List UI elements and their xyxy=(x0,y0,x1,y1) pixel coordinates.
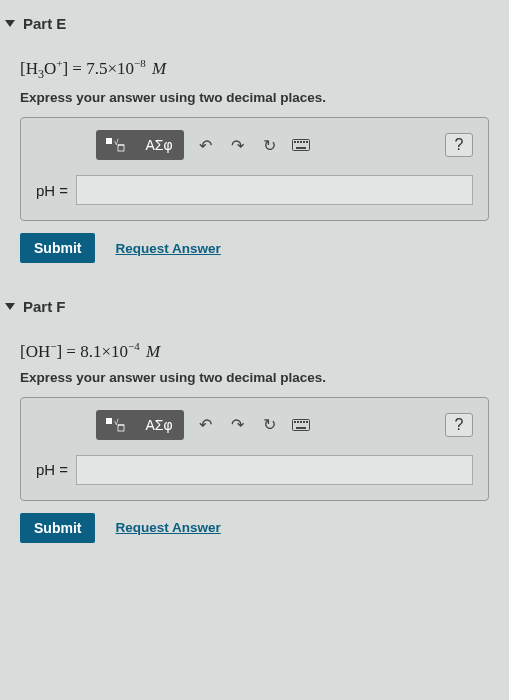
template-tool-button[interactable]: √ xyxy=(96,410,134,440)
request-answer-link[interactable]: Request Answer xyxy=(115,520,220,535)
answer-label: pH = xyxy=(36,461,68,478)
svg-rect-6 xyxy=(297,141,299,143)
equation: [H3O+] = 7.5×10−8 M xyxy=(20,57,489,82)
template-tool-button[interactable]: √ xyxy=(96,130,134,160)
reset-icon[interactable]: ↻ xyxy=(258,414,280,436)
svg-rect-20 xyxy=(306,421,308,423)
toolbar: √ ΑΣφ ↶ ↷ ↻ ? xyxy=(96,410,473,440)
svg-rect-13 xyxy=(118,425,124,431)
reset-icon[interactable]: ↻ xyxy=(258,134,280,156)
answer-input[interactable] xyxy=(76,455,473,485)
redo-icon[interactable]: ↷ xyxy=(226,414,248,436)
svg-rect-21 xyxy=(296,427,306,429)
collapse-caret-icon[interactable] xyxy=(5,303,15,310)
svg-rect-19 xyxy=(303,421,305,423)
submit-button[interactable]: Submit xyxy=(20,233,95,263)
answer-input[interactable] xyxy=(76,175,473,205)
svg-rect-9 xyxy=(306,141,308,143)
svg-rect-17 xyxy=(297,421,299,423)
keyboard-icon[interactable] xyxy=(290,134,312,156)
svg-rect-11 xyxy=(106,418,112,424)
collapse-caret-icon[interactable] xyxy=(5,20,15,27)
help-button[interactable]: ? xyxy=(445,133,473,157)
instruction: Express your answer using two decimal pl… xyxy=(20,370,489,385)
help-button[interactable]: ? xyxy=(445,413,473,437)
undo-icon[interactable]: ↶ xyxy=(194,414,216,436)
svg-rect-5 xyxy=(294,141,296,143)
part-title: Part E xyxy=(23,15,66,32)
submit-button[interactable]: Submit xyxy=(20,513,95,543)
undo-icon[interactable]: ↶ xyxy=(194,134,216,156)
equation: [OH−] = 8.1×10−4 M xyxy=(20,340,489,362)
svg-rect-10 xyxy=(296,147,306,149)
svg-rect-0 xyxy=(106,138,112,144)
part-title: Part F xyxy=(23,298,66,315)
keyboard-icon[interactable] xyxy=(290,414,312,436)
answer-box: √ ΑΣφ ↶ ↷ ↻ ? pH = xyxy=(20,397,489,501)
svg-rect-2 xyxy=(118,145,124,151)
svg-rect-8 xyxy=(303,141,305,143)
toolbar: √ ΑΣφ ↶ ↷ ↻ ? xyxy=(96,130,473,160)
svg-rect-18 xyxy=(300,421,302,423)
answer-box: √ ΑΣφ ↶ ↷ ↻ ? pH = xyxy=(20,117,489,221)
greek-tool-button[interactable]: ΑΣφ xyxy=(134,410,184,440)
answer-label: pH = xyxy=(36,182,68,199)
request-answer-link[interactable]: Request Answer xyxy=(115,241,220,256)
redo-icon[interactable]: ↷ xyxy=(226,134,248,156)
svg-rect-7 xyxy=(300,141,302,143)
svg-rect-16 xyxy=(294,421,296,423)
instruction: Express your answer using two decimal pl… xyxy=(20,90,489,105)
greek-tool-button[interactable]: ΑΣφ xyxy=(134,130,184,160)
